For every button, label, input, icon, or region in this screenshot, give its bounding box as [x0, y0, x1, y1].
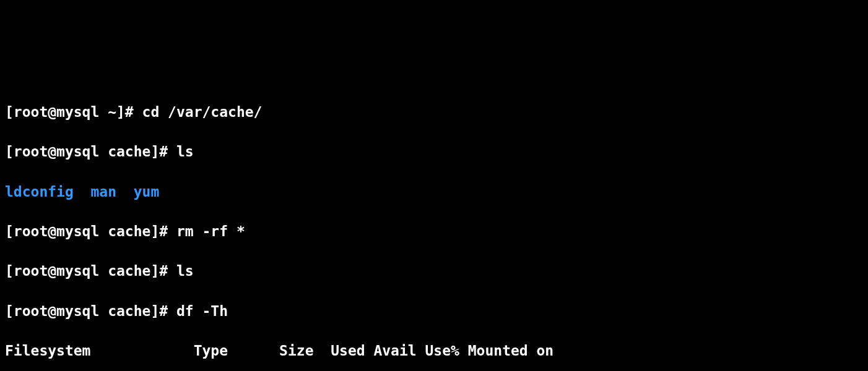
ls-item: man	[90, 184, 116, 200]
ls-output: ldconfig man yum	[5, 182, 863, 202]
prompt: [root@mysql ~]#	[5, 104, 142, 120]
prompt-line-3: [root@mysql cache]# rm -rf *	[5, 221, 863, 241]
cmd-text: ls	[176, 263, 194, 279]
df-header: Filesystem Type Size Used Avail Use% Mou…	[5, 341, 863, 360]
prompt: [root@mysql cache]#	[5, 303, 176, 319]
prompt-line-4: [root@mysql cache]# ls	[5, 261, 863, 281]
terminal[interactable]: [root@mysql ~]# cd /var/cache/ [root@mys…	[5, 82, 863, 371]
spacer	[74, 184, 91, 200]
cmd-text: df -Th	[176, 303, 228, 319]
ls-item: ldconfig	[5, 184, 74, 200]
ls-item: yum	[134, 184, 160, 200]
cmd-text: cd /var/cache/	[142, 104, 263, 120]
spacer	[116, 184, 134, 200]
prompt: [root@mysql cache]#	[5, 143, 176, 160]
cmd-text: rm -rf *	[176, 223, 245, 239]
prompt: [root@mysql cache]#	[5, 263, 176, 279]
prompt-line-5: [root@mysql cache]# df -Th	[5, 301, 863, 321]
prompt-line-2: [root@mysql cache]# ls	[5, 142, 863, 161]
cmd-text: ls	[176, 143, 194, 160]
prompt-line-1: [root@mysql ~]# cd /var/cache/	[5, 102, 863, 122]
prompt: [root@mysql cache]#	[5, 223, 176, 239]
